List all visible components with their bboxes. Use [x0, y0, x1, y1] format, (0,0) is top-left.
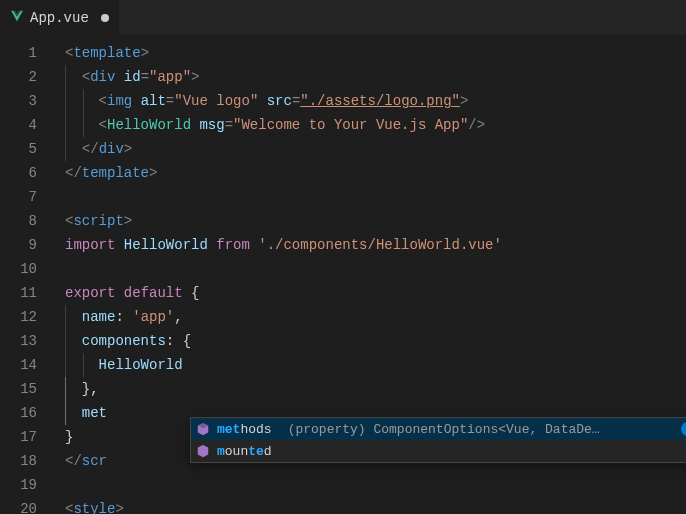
info-icon[interactable]: i: [681, 422, 686, 436]
cube-icon: [195, 421, 211, 437]
tab-filename: App.vue: [30, 10, 89, 26]
tab-app-vue[interactable]: App.vue: [0, 0, 120, 35]
dirty-indicator-icon: [101, 14, 109, 22]
suggest-item-methods[interactable]: methods (property) ComponentOptions<Vue,…: [191, 418, 686, 440]
code-area[interactable]: <template> <div id="app"> <img alt="Vue …: [55, 35, 686, 514]
editor[interactable]: 1234567891011121314151617181920 <templat…: [0, 35, 686, 514]
tab-bar: App.vue: [0, 0, 686, 35]
vue-logo-icon: [10, 9, 24, 27]
suggest-label: methods: [217, 422, 272, 437]
line-number-gutter: 1234567891011121314151617181920: [0, 35, 55, 514]
suggest-detail: (property) ComponentOptions<Vue, DataDe…: [288, 422, 675, 437]
suggest-item-mounted[interactable]: mounted: [191, 440, 686, 462]
intellisense-popup[interactable]: methods (property) ComponentOptions<Vue,…: [190, 417, 686, 463]
suggest-label: mounted: [217, 444, 272, 459]
cube-icon: [195, 443, 211, 459]
